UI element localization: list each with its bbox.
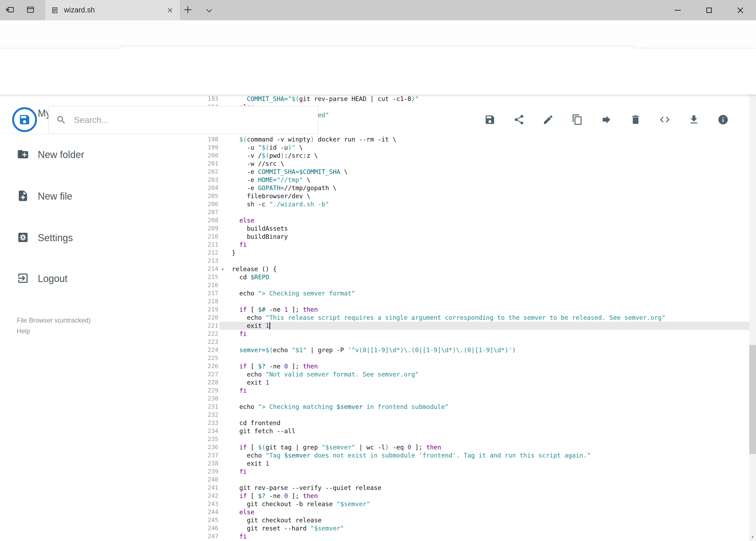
code-line[interactable]: 198 $(command -v winpty) docker run --rm…	[194, 135, 749, 144]
minimize-button[interactable]	[662, 0, 693, 20]
maximize-button[interactable]	[693, 0, 725, 20]
code-line[interactable]: 229 fi	[194, 386, 749, 395]
code-line[interactable]: 241 git rev-parse --verify --quiet relea…	[194, 484, 749, 492]
rename-button[interactable]	[543, 114, 554, 125]
code-line[interactable]: 210 buildBinary	[194, 233, 749, 241]
set-tabs-aside-icon[interactable]	[5, 5, 15, 15]
code-line[interactable]: 201 -w //src \	[194, 160, 749, 168]
code-line[interactable]: 238 exit 1	[194, 459, 749, 467]
code-line[interactable]: 232	[194, 411, 749, 419]
help-link[interactable]: Help	[17, 327, 91, 335]
code-line[interactable]: 235	[194, 435, 749, 443]
code-line[interactable]: 236 if [ $(git tag | grep "$semver" | wc…	[194, 443, 749, 451]
code-line[interactable]: 209 buildAssets	[194, 225, 749, 233]
delete-button[interactable]	[630, 114, 641, 125]
code-line[interactable]: 211 fi	[194, 241, 749, 249]
scrollbar-thumb[interactable]	[749, 345, 756, 454]
code-line[interactable]: 246 git reset --hard "$semver"	[194, 524, 749, 532]
tab-close-icon[interactable]	[167, 7, 173, 13]
code-editor[interactable]: 193 COMMIT_SHA="$(git rev-parse HEAD | c…	[194, 95, 749, 541]
code-line[interactable]: 200 -v /$(pwd):/src:z \	[194, 152, 749, 160]
code-line[interactable]: 199 -u "$(id -u)" \	[194, 144, 749, 152]
code-text: exit 1	[232, 378, 749, 386]
code-text: -u "$(id -u)" \	[232, 144, 749, 152]
download-button[interactable]	[688, 114, 700, 125]
tab-wizard-sh[interactable]: wizard.sh	[45, 0, 180, 20]
line-number: 211	[194, 241, 219, 249]
save-button[interactable]	[484, 114, 496, 125]
code-line[interactable]: 242 if [ $? -ne 0 ]; then	[194, 492, 749, 500]
code-line[interactable]: 218	[194, 297, 749, 305]
code-line[interactable]: 206 sh -c "./wizard.sh -b"	[194, 200, 749, 208]
code-line[interactable]: 227 echo "Not valid semver format. See s…	[194, 370, 749, 378]
line-number: 237	[194, 451, 219, 459]
code-line[interactable]: 228 exit 1	[194, 378, 749, 386]
code-line[interactable]: 202 -e COMMIT_SHA=$COMMIT_SHA \	[194, 168, 749, 176]
search-box[interactable]	[48, 106, 318, 134]
code-text	[232, 411, 749, 419]
fold-gutter	[219, 273, 232, 281]
code-text	[232, 476, 749, 484]
code-line[interactable]: 222 fi	[194, 330, 749, 338]
code-line[interactable]: 215 cd $REPO	[194, 273, 749, 281]
code-line[interactable]: 224 semver=$(echo "$1" | grep -P '^v(0|[…	[194, 346, 749, 354]
line-number: 209	[194, 225, 219, 233]
code-line[interactable]: 193 COMMIT_SHA="$(git rev-parse HEAD | c…	[194, 95, 749, 103]
sidebar-item-new-file[interactable]: New file	[0, 184, 194, 209]
code-line[interactable]: 223	[194, 338, 749, 346]
sidebar-item-label: New file	[38, 191, 72, 202]
code-line[interactable]: 230	[194, 395, 749, 403]
sidebar-item-settings[interactable]: Settings	[0, 225, 194, 251]
code-line[interactable]: 214▾release () {	[194, 265, 749, 273]
code-line[interactable]: 217 echo "> Checking semver format"	[194, 289, 749, 297]
code-line[interactable]: 219 if [ $# -ne 1 ]; then	[194, 305, 749, 313]
code-line[interactable]: 213	[194, 257, 749, 265]
fold-gutter	[219, 216, 232, 225]
raw-code-button[interactable]	[659, 114, 670, 125]
code-line[interactable]: 205 filebrowser/dev \	[194, 192, 749, 200]
code-line[interactable]: 231 echo "> Checking matching $semver in…	[194, 403, 749, 411]
code-line[interactable]: 226 if [ $? -ne 0 ]; then	[194, 362, 749, 370]
line-number: 241	[194, 484, 219, 492]
code-line[interactable]: 225	[194, 354, 749, 362]
code-line[interactable]: 204 -e GOPATH=//tmp/gopath \	[194, 184, 749, 192]
fold-gutter	[219, 160, 232, 168]
search-input[interactable]	[74, 115, 296, 125]
fold-gutter	[219, 467, 232, 476]
code-line[interactable]: 245 git checkout release	[194, 516, 749, 524]
code-text: -e GOPATH=//tmp/gopath \	[232, 184, 749, 192]
code-line[interactable]: 216	[194, 281, 749, 289]
fold-gutter	[219, 484, 232, 492]
code-line[interactable]: 203 -e HOME="//tmp" \	[194, 176, 749, 184]
code-line[interactable]: 247 fi	[194, 532, 749, 540]
scroll-down-icon[interactable]: ▼	[749, 533, 756, 541]
code-line[interactable]: 220 echo "This release script requires a…	[194, 313, 749, 322]
sidebar: My files New folder New file	[0, 95, 194, 541]
line-number: 233	[194, 419, 219, 427]
code-line[interactable]: 237 echo "Tag $semver does not exist in …	[194, 451, 749, 459]
new-tab-icon[interactable]	[183, 5, 193, 16]
code-line[interactable]: 208 else	[194, 216, 749, 225]
sidebar-item-logout[interactable]: Logout	[0, 266, 194, 292]
fold-gutter	[219, 305, 232, 313]
move-button[interactable]	[601, 114, 612, 125]
code-line[interactable]: 239 fi	[194, 467, 749, 476]
close-window-button[interactable]	[725, 0, 756, 20]
code-line[interactable]: 233 cd frontend	[194, 419, 749, 427]
code-line[interactable]: 244 else	[194, 508, 749, 516]
vertical-scrollbar[interactable]: ▲ ▼	[749, 48, 756, 541]
fold-marker-icon[interactable]: ▾	[219, 265, 232, 273]
code-line[interactable]: 234 git fetch --all	[194, 427, 749, 435]
tab-list-chevron-icon[interactable]	[205, 6, 213, 16]
code-line[interactable]: 221 exit 1	[194, 322, 749, 330]
code-line[interactable]: 212}	[194, 249, 749, 257]
sidebar-item-new-folder[interactable]: New folder	[0, 142, 194, 168]
info-button[interactable]	[717, 114, 729, 125]
code-line[interactable]: 243 git checkout -b release "$semver"	[194, 500, 749, 508]
tabs-preview-icon[interactable]	[26, 5, 35, 15]
code-line[interactable]: 240	[194, 476, 749, 484]
code-line[interactable]: 207	[194, 208, 749, 216]
share-file-button[interactable]	[513, 114, 525, 125]
copy-button[interactable]	[572, 114, 583, 125]
filebrowser-logo[interactable]	[12, 107, 37, 132]
